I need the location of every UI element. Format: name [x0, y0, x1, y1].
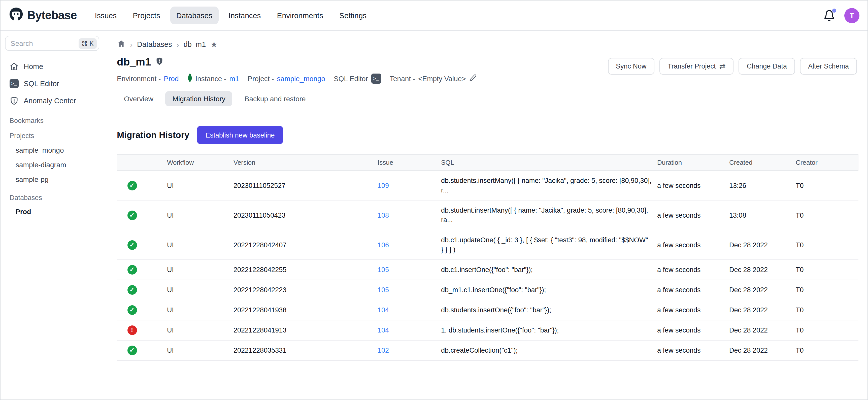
table-header-row: Workflow Version Issue SQL Duration Crea… [117, 154, 858, 171]
sql-cell: db.c1.updateOne( { _id: 3 }, [ { $set: {… [441, 230, 657, 260]
environment-meta: Environment - Prod [117, 74, 179, 82]
sync-now-button[interactable]: Sync Now [608, 58, 655, 74]
search-box[interactable]: ⌘ K [5, 36, 99, 51]
version-cell: 20221228042223 [234, 280, 378, 300]
project-link[interactable]: sample_mongo [277, 74, 325, 82]
home-icon [9, 62, 19, 71]
issue-link[interactable]: 104 [378, 306, 389, 314]
nav-projects[interactable]: Projects [127, 6, 166, 24]
tab-overview[interactable]: Overview [117, 91, 160, 106]
notification-bell-icon[interactable] [823, 9, 835, 22]
issue-link[interactable]: 105 [378, 286, 389, 294]
issue-link[interactable]: 109 [378, 182, 389, 189]
establish-new-baseline-button[interactable]: Establish new baseline [197, 126, 283, 144]
table-row[interactable]: UI 20221228041913 104 1. db.students.ins… [117, 320, 858, 340]
status-success-icon [127, 285, 137, 295]
table-row[interactable]: UI 20221228035331 102 db.createCollectio… [117, 340, 858, 361]
top-navigation: Issues Projects Databases Instances Envi… [89, 6, 373, 24]
version-cell: 20221228041913 [234, 320, 378, 340]
version-cell: 20221228041938 [234, 300, 378, 320]
sql-cell: db.createCollection("c1"); [441, 340, 657, 361]
created-cell: Dec 28 2022 [729, 230, 796, 260]
breadcrumb-databases[interactable]: Databases [137, 40, 172, 49]
creator-cell: T0 [796, 300, 858, 320]
breadcrumb: › Databases › db_m1 ★ [117, 39, 857, 50]
workflow-cell: UI [167, 260, 234, 280]
issue-link[interactable]: 104 [378, 327, 389, 334]
sidebar-project-sample-pg[interactable]: sample-pg [0, 172, 104, 186]
col-issue: Issue [378, 154, 441, 171]
duration-cell: a few seconds [657, 300, 729, 320]
sidebar-database-prod[interactable]: Prod [0, 205, 104, 219]
sidebar-item-home[interactable]: Home [0, 58, 104, 75]
table-row[interactable]: UI 20230111052527 109 db.students.insert… [117, 171, 858, 200]
sidebar-item-sql-editor[interactable]: >_ SQL Editor [0, 75, 104, 92]
sql-cell: db.student.insertMany([ { name: "Jacika"… [441, 200, 657, 230]
bytebase-logo-icon [8, 7, 24, 24]
swap-arrows-icon: ⇄ [719, 62, 726, 71]
user-avatar[interactable]: T [844, 8, 860, 23]
workflow-cell: UI [167, 320, 234, 340]
nav-issues[interactable]: Issues [89, 6, 123, 24]
top-navbar: Bytebase Issues Projects Databases Insta… [0, 0, 868, 31]
creator-cell: T0 [796, 320, 858, 340]
created-cell: Dec 28 2022 [729, 280, 796, 300]
nav-instances[interactable]: Instances [222, 6, 267, 24]
brand-logo[interactable]: Bytebase [8, 7, 77, 24]
issue-link[interactable]: 102 [378, 347, 389, 354]
search-input[interactable] [10, 39, 78, 48]
table-row[interactable]: UI 20221228042407 106 db.c1.updateOne( {… [117, 230, 858, 260]
sidebar-project-sample-mongo[interactable]: sample_mongo [0, 143, 104, 157]
sql-cell: db.students.insertOne({"foo": "bar"}); [441, 300, 657, 320]
database-meta-row: Environment - Prod Instance - [117, 73, 476, 84]
table-row[interactable]: UI 20221228041938 104 db.students.insert… [117, 300, 858, 320]
tab-migration-history[interactable]: Migration History [165, 91, 232, 106]
status-success-icon [127, 346, 137, 355]
sql-editor-meta[interactable]: SQL Editor >_ [334, 73, 381, 83]
issue-link[interactable]: 106 [378, 241, 389, 249]
col-sql: SQL [441, 154, 657, 171]
version-cell: 20221228035331 [234, 340, 378, 361]
topbar-right: T [823, 8, 860, 23]
table-row[interactable]: UI 20230111050423 108 db.student.insertM… [117, 200, 858, 230]
table-row[interactable]: UI 20221228042223 105 db_m1.c1.insertOne… [117, 280, 858, 300]
change-data-button[interactable]: Change Data [739, 58, 795, 74]
version-cell: 20230111050423 [234, 200, 378, 230]
alter-schema-button[interactable]: Alter Schema [800, 58, 857, 74]
shield-alert-icon [9, 96, 19, 105]
issue-link[interactable]: 108 [378, 211, 389, 219]
nav-settings[interactable]: Settings [333, 6, 373, 24]
sidebar-project-sample-diagram[interactable]: sample-diagram [0, 157, 104, 172]
mongodb-leaf-icon [187, 73, 192, 84]
nav-environments[interactable]: Environments [271, 6, 329, 24]
duration-cell: a few seconds [657, 200, 729, 230]
duration-cell: a few seconds [657, 171, 729, 200]
tab-backup-and-restore[interactable]: Backup and restore [238, 91, 313, 106]
project-meta: Project - sample_mongo [248, 74, 325, 82]
status-failed-icon [127, 326, 137, 335]
instance-link[interactable]: m1 [229, 74, 239, 82]
workflow-cell: UI [167, 171, 234, 200]
creator-cell: T0 [796, 230, 858, 260]
created-cell: Dec 28 2022 [729, 260, 796, 280]
environment-link[interactable]: Prod [164, 74, 179, 82]
issue-link[interactable]: 105 [378, 266, 389, 274]
sql-cell: db.c1.insertOne({"foo": "bar"}); [441, 260, 657, 280]
status-success-icon [127, 181, 137, 190]
app-window: Bytebase Issues Projects Databases Insta… [0, 0, 868, 400]
star-icon[interactable]: ★ [210, 39, 218, 49]
sidebar-item-label: SQL Editor [24, 80, 59, 88]
transfer-project-button[interactable]: Transfer Project ⇄ [660, 58, 734, 74]
created-cell: 13:26 [729, 171, 796, 200]
home-breadcrumb-icon[interactable] [117, 39, 125, 50]
nav-databases[interactable]: Databases [170, 6, 218, 24]
header-actions: Sync Now Transfer Project ⇄ Change Data … [608, 58, 857, 74]
breadcrumb-db-m1[interactable]: db_m1 [184, 40, 206, 49]
sidebar-item-anomaly-center[interactable]: Anomaly Center [0, 92, 104, 109]
pencil-edit-icon[interactable] [469, 74, 476, 83]
table-row[interactable]: UI 20221228042255 105 db.c1.insertOne({"… [117, 260, 858, 280]
section-title: Migration History [117, 130, 189, 140]
project-label: Project - [248, 74, 274, 82]
notification-dot [832, 8, 836, 12]
migration-history-header: Migration History Establish new baseline [117, 126, 857, 144]
